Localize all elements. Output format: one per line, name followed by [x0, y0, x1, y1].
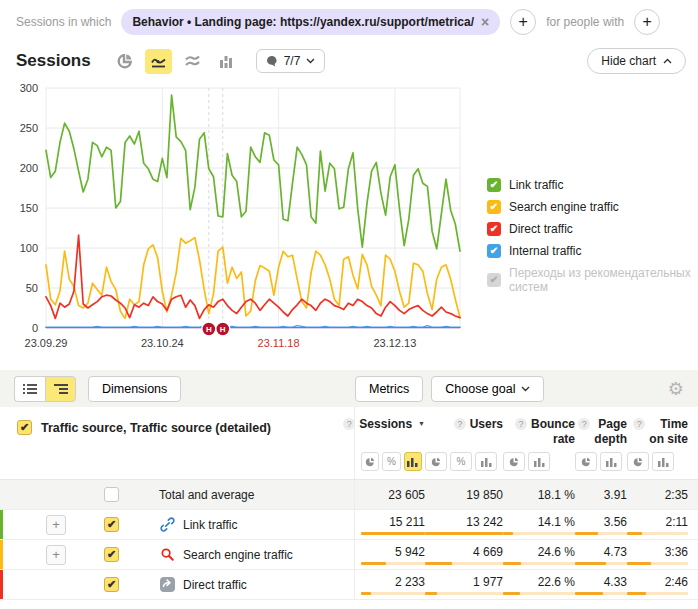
table-view-switcher: [14, 376, 76, 402]
column-header-bounce-rate[interactable]: ?Bounce rate: [503, 417, 575, 447]
column-header-page-depth[interactable]: ?Page depth: [575, 417, 627, 447]
histogram-icon[interactable]: [213, 49, 240, 74]
metric-cell: 5 942: [361, 545, 425, 565]
settings-gear-icon[interactable]: ⚙: [668, 380, 684, 398]
metric-cell: 3.56: [575, 515, 627, 535]
pie-view-icon[interactable]: [575, 452, 597, 471]
percent-view-icon[interactable]: %: [450, 452, 472, 471]
legend-checkbox[interactable]: ✔: [487, 273, 501, 287]
row-label[interactable]: Direct traffic: [183, 578, 247, 592]
row-label[interactable]: Search engine traffic: [183, 548, 293, 562]
chart-legend: ✔Link traffic✔Search engine traffic✔Dire…: [487, 178, 698, 294]
chart-header: Sessions 7/7 Hide chart: [0, 41, 698, 76]
column-header-time-on-site[interactable]: ?Time on site: [627, 417, 688, 447]
legend-item[interactable]: ✔Переходы из рекомендательных систем: [487, 266, 698, 294]
dimensions-button[interactable]: Dimensions: [88, 376, 181, 402]
group-header-title: Traffic source, Traffic source (detailed…: [41, 420, 271, 435]
legend-checkbox[interactable]: ✔: [487, 222, 501, 236]
legend-item[interactable]: ✔Link traffic: [487, 178, 698, 192]
help-icon[interactable]: ?: [515, 418, 527, 430]
metric-value: 2:11: [666, 515, 688, 529]
metric-bar: [425, 592, 503, 595]
row-checkbox[interactable]: ✔: [104, 547, 119, 562]
svg-text:H: H: [220, 325, 226, 334]
flat-list-view-icon[interactable]: [14, 376, 45, 402]
row-checkbox[interactable]: [104, 487, 119, 502]
metric-value: 24.6 %: [538, 545, 575, 559]
filter-connector-label: for people with: [546, 15, 624, 29]
bar-view-icon[interactable]: [528, 452, 550, 471]
legend-item[interactable]: ✔Internal traffic: [487, 244, 698, 258]
group-header-checkbox[interactable]: ✔: [17, 420, 32, 435]
sessions-chart-area: 05010015020025030023.09.2923.10.2423.11.…: [0, 76, 698, 366]
legend-label: Переходы из рекомендательных систем: [509, 266, 698, 294]
add-people-filter-button[interactable]: +: [634, 9, 660, 35]
metric-bar: [503, 592, 575, 595]
legend-checkbox[interactable]: ✔: [487, 178, 501, 192]
pie-view-icon[interactable]: [627, 452, 649, 471]
metric-cell: 24.6 %: [503, 545, 575, 565]
help-icon[interactable]: ?: [633, 418, 645, 430]
traffic-table-body: Total and average 23 60519 85018.1 %3.91…: [0, 480, 698, 600]
choose-goal-dropdown[interactable]: Choose goal: [431, 376, 544, 402]
pie-chart-icon[interactable]: [111, 49, 138, 74]
column-header-sessions[interactable]: ?Sessions▼: [361, 417, 425, 432]
metric-cell: 13 242: [425, 515, 503, 535]
remove-filter-icon[interactable]: ×: [481, 15, 489, 29]
row-name-cell: + ✔ Link traffic: [0, 510, 354, 539]
stacked-area-icon[interactable]: [179, 49, 206, 74]
expand-row-button[interactable]: +: [46, 545, 66, 565]
row-color-stripe: [0, 570, 3, 599]
row-label: Total and average: [159, 488, 254, 502]
metric-value: 4.33: [604, 575, 627, 589]
legend-label: Internal traffic: [509, 244, 581, 258]
metric-value: 2:35: [665, 488, 688, 502]
help-icon[interactable]: ?: [343, 418, 355, 430]
segments-count: 7/7: [284, 54, 301, 68]
bar-view-icon[interactable]: [475, 452, 497, 471]
bar-view-icon[interactable]: [404, 452, 422, 471]
help-icon[interactable]: ?: [578, 418, 590, 430]
metric-value: 3.91: [604, 488, 627, 502]
toolbar-left-group: Dimensions: [14, 376, 355, 402]
pie-view-icon[interactable]: [503, 452, 525, 471]
row-checkbox[interactable]: ✔: [104, 577, 119, 592]
row-label[interactable]: Link traffic: [183, 518, 237, 532]
filter-label: Sessions in which: [16, 15, 111, 29]
line-chart-icon[interactable]: [145, 49, 172, 74]
metric-cell: 2:46: [627, 575, 688, 595]
pie-view-icon[interactable]: [361, 452, 379, 471]
pie-view-icon[interactable]: [425, 452, 447, 471]
row-metrics: 15 21113 24214.1 %3.562:11: [354, 510, 698, 539]
bar-view-icon[interactable]: [652, 452, 674, 471]
metric-cell: 4.73: [575, 545, 627, 565]
tree-view-icon[interactable]: [45, 376, 76, 402]
legend-item[interactable]: ✔Search engine traffic: [487, 200, 698, 214]
metric-cell: 3:36: [627, 545, 688, 565]
metric-value: 4.73: [604, 545, 627, 559]
bar-view-icon[interactable]: [600, 452, 622, 471]
percent-view-icon[interactable]: %: [382, 452, 400, 471]
segments-dropdown[interactable]: 7/7: [256, 49, 326, 73]
legend-checkbox[interactable]: ✔: [487, 244, 501, 258]
legend-item[interactable]: ✔Direct traffic: [487, 222, 698, 236]
toolbar-right-group: Metrics Choose goal ⚙: [355, 376, 684, 402]
hide-chart-button[interactable]: Hide chart: [587, 48, 686, 74]
svg-text:300: 300: [20, 82, 38, 94]
expand-row-button[interactable]: +: [46, 515, 66, 535]
metric-bar: [361, 562, 425, 565]
metrics-button[interactable]: Metrics: [355, 376, 423, 402]
column-header-users[interactable]: ?Users: [425, 417, 503, 432]
filter-chip[interactable]: Behavior • Landing page: https://yandex.…: [121, 9, 500, 35]
filter-chip-text: Behavior • Landing page: https://yandex.…: [132, 15, 474, 29]
row-name-cell: Total and average: [0, 480, 354, 509]
metric-bar: [503, 562, 575, 565]
metric-bar: [361, 592, 425, 595]
row-checkbox[interactable]: ✔: [104, 517, 119, 532]
metric-value: 19 850: [466, 488, 503, 502]
legend-checkbox[interactable]: ✔: [487, 200, 501, 214]
svg-text:H: H: [206, 325, 212, 334]
metric-value: 3:36: [665, 545, 688, 559]
add-session-filter-button[interactable]: +: [510, 9, 536, 35]
help-icon[interactable]: ?: [454, 418, 466, 430]
